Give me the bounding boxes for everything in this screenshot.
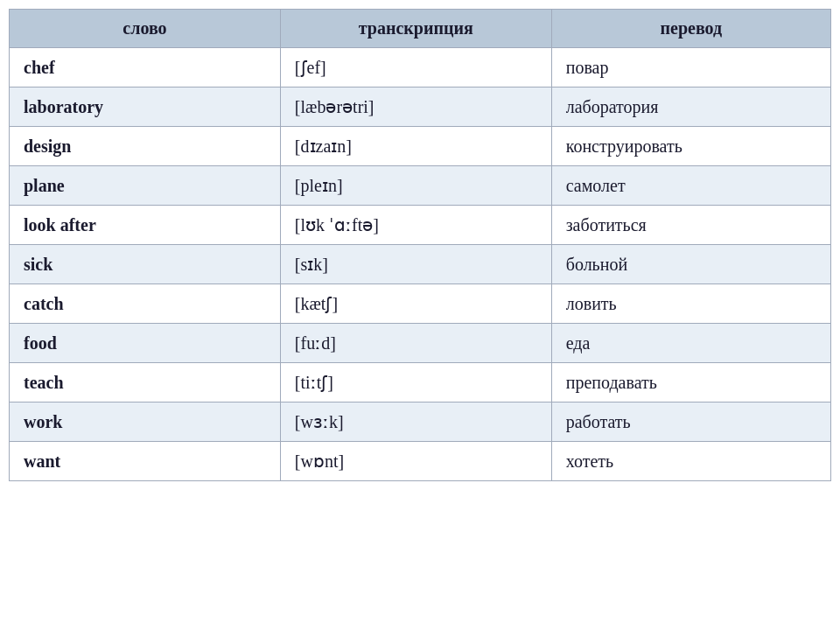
cell-translation: преподавать [551,363,830,402]
cell-transcription: [wɒnt] [280,442,551,481]
cell-transcription: [fuːd] [280,324,551,363]
table-row: sick[sɪk]больной [10,245,831,284]
cell-word: plane [10,166,281,206]
table-row: teach[tiːtʃ]преподавать [10,363,831,402]
cell-transcription: [kætʃ] [280,284,551,324]
cell-translation: конструировать [551,127,830,166]
table-row: design[dɪzaɪn]конструировать [10,127,831,166]
cell-translation: повар [551,48,830,88]
cell-transcription: [wɜːk] [280,402,551,442]
cell-word: laboratory [10,88,281,127]
cell-translation: лаборатория [551,88,830,127]
cell-word: work [10,402,281,442]
column-header-translation: перевод [551,10,830,48]
cell-transcription: [tiːtʃ] [280,363,551,402]
table-row: look after[lʊk ˈɑːftə]заботиться [10,206,831,245]
table-row: work[wɜːk]работать [10,402,831,442]
cell-translation: самолет [551,166,830,206]
cell-transcription: [dɪzaɪn] [280,127,551,166]
vocabulary-table: слово транскрипция перевод chef[ʃef]пова… [9,9,831,481]
cell-translation: хотеть [551,442,830,481]
cell-translation: больной [551,245,830,284]
cell-word: design [10,127,281,166]
cell-translation: еда [551,324,830,363]
cell-word: catch [10,284,281,324]
table-row: want[wɒnt]хотеть [10,442,831,481]
cell-transcription: [lʊk ˈɑːftə] [280,206,551,245]
cell-translation: заботиться [551,206,830,245]
cell-translation: ловить [551,284,830,324]
cell-word: sick [10,245,281,284]
table-row: catch[kætʃ]ловить [10,284,831,324]
column-header-transcription: транскрипция [280,10,551,48]
vocabulary-table-container: слово транскрипция перевод chef[ʃef]пова… [9,9,831,481]
cell-word: want [10,442,281,481]
table-row: plane[pleɪn]самолет [10,166,831,206]
cell-word: look after [10,206,281,245]
cell-transcription: [pleɪn] [280,166,551,206]
table-row: chef[ʃef]повар [10,48,831,88]
table-body: chef[ʃef]поварlaboratory[læbərətri]лабор… [10,48,831,481]
cell-transcription: [læbərətri] [280,88,551,127]
header-row: слово транскрипция перевод [10,10,831,48]
cell-word: teach [10,363,281,402]
table-row: food[fuːd]еда [10,324,831,363]
table-row: laboratory[læbərətri]лаборатория [10,88,831,127]
cell-word: chef [10,48,281,88]
column-header-word: слово [10,10,281,48]
cell-transcription: [sɪk] [280,245,551,284]
table-header: слово транскрипция перевод [10,10,831,48]
cell-translation: работать [551,402,830,442]
cell-word: food [10,324,281,363]
cell-transcription: [ʃef] [280,48,551,88]
